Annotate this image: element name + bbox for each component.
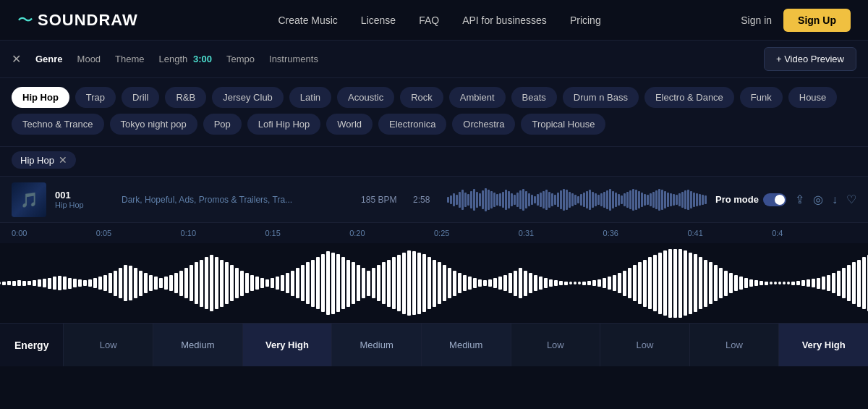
energy-segment-0[interactable]: Low	[64, 324, 153, 366]
big-waveform-bar	[519, 268, 522, 298]
big-waveform[interactable]	[0, 243, 868, 323]
download-icon[interactable]: ↓	[832, 193, 838, 206]
energy-segment-2[interactable]: Very High	[243, 324, 333, 366]
big-waveform-bar	[633, 265, 637, 301]
filter-tab-instruments[interactable]: Instruments	[269, 54, 318, 64]
energy-segment-4[interactable]: Medium	[422, 324, 511, 366]
hide-icon[interactable]: ◎	[813, 193, 823, 206]
mini-waveform-bar	[650, 193, 652, 206]
energy-segment-7[interactable]: Low	[690, 324, 780, 366]
big-waveform-dot	[569, 282, 572, 284]
mini-waveform-bar	[525, 191, 527, 208]
nav-api[interactable]: API for businesses	[462, 14, 547, 26]
nav-create-music[interactable]: Create Music	[278, 14, 337, 26]
genre-tag-drumnbass[interactable]: Drum n Bass	[563, 87, 639, 108]
energy-label: Energy	[0, 324, 64, 366]
nav-license[interactable]: License	[361, 14, 396, 26]
big-waveform-bar	[443, 265, 446, 301]
energy-segment-5[interactable]: Low	[511, 324, 601, 366]
timeline-mark: 0:10	[181, 229, 265, 237]
filter-tab-tempo[interactable]: Tempo	[226, 54, 255, 64]
genre-tag-rnb[interactable]: R&B	[165, 87, 206, 108]
mini-waveform-bar	[684, 190, 686, 209]
genre-tag-tokyonightpop[interactable]: Tokyo night pop	[110, 114, 197, 135]
energy-segment-8[interactable]: Very High	[779, 324, 868, 366]
big-waveform-bar	[286, 273, 289, 293]
big-waveform-bar	[265, 279, 269, 287]
filter-tab-mood[interactable]: Mood	[77, 54, 101, 64]
big-waveform-bar	[230, 265, 234, 301]
filter-tab-genre[interactable]: Genre	[35, 54, 63, 64]
genre-tag-technotrance[interactable]: Techno & Trance	[12, 114, 104, 135]
track-waveform-mini[interactable]	[447, 188, 707, 211]
mini-waveform-bar	[577, 196, 579, 203]
big-waveform-bar	[837, 271, 841, 296]
big-waveform-bar	[397, 255, 401, 311]
mini-waveform-bar	[690, 191, 692, 208]
mini-waveform-bar	[670, 193, 672, 206]
active-filters: Hip Hop ✕	[0, 147, 868, 177]
share-icon[interactable]: ⇪	[795, 193, 804, 206]
big-waveform-bar	[603, 278, 606, 288]
mini-waveform-bar	[638, 191, 640, 208]
filter-tab-length[interactable]: Length 3:00	[159, 54, 212, 64]
big-waveform-bar	[582, 282, 586, 285]
mini-waveform-bar	[542, 191, 545, 208]
genre-tag-jerseyclub[interactable]: Jersey Club	[212, 87, 284, 108]
pro-mode-switch[interactable]	[763, 193, 786, 206]
big-waveform-bar	[709, 262, 712, 304]
genre-tag-lofihiphop[interactable]: Lofi Hip Hop	[247, 114, 321, 135]
big-waveform-bar	[245, 273, 249, 293]
filter-tab-theme[interactable]: Theme	[115, 54, 144, 64]
genre-tag-tropicalhouse[interactable]: Tropical House	[521, 114, 605, 135]
signin-button[interactable]: Sign in	[741, 14, 772, 26]
mini-waveform-bar	[615, 193, 617, 207]
big-waveform-bar	[623, 271, 626, 296]
mini-waveform-bar	[534, 196, 536, 203]
signup-button[interactable]: Sign Up	[783, 9, 851, 32]
genre-tag-rock[interactable]: Rock	[400, 87, 443, 108]
chip-remove-icon[interactable]: ✕	[59, 154, 67, 166]
big-waveform-bar	[114, 271, 117, 296]
big-waveform-bar	[12, 281, 16, 286]
big-waveform-bar	[306, 262, 310, 304]
nav-faq[interactable]: FAQ	[419, 14, 439, 26]
genre-tag-electronica[interactable]: Electronica	[378, 114, 446, 135]
genre-tag-drill[interactable]: Drill	[122, 87, 159, 108]
timeline-mark: 0:4	[772, 229, 856, 237]
big-waveform-bar	[27, 281, 31, 285]
genre-tag-house[interactable]: House	[788, 87, 838, 108]
genre-tag-orchestra[interactable]: Orchestra	[452, 114, 515, 135]
energy-segment-3[interactable]: Medium	[332, 324, 422, 366]
genre-tag-trap[interactable]: Trap	[75, 87, 116, 108]
mini-waveform-bar	[516, 193, 519, 207]
genre-tag-pop[interactable]: Pop	[203, 114, 242, 135]
genre-row-2: Techno & Trance Tokyo night pop Pop Lofi…	[12, 114, 856, 135]
video-preview-button[interactable]: + Video Preview	[764, 47, 856, 71]
track-thumbnail[interactable]: 🎵	[12, 182, 46, 217]
energy-segment-6[interactable]: Low	[600, 324, 690, 366]
genre-tag-latin[interactable]: Latin	[289, 87, 331, 108]
genre-tag-funk[interactable]: Funk	[740, 87, 783, 108]
mini-waveform-bar	[678, 193, 681, 206]
genre-tag-electrodance[interactable]: Electro & Dance	[644, 87, 734, 108]
genre-tag-world[interactable]: World	[326, 114, 373, 135]
mini-waveform-bar	[629, 190, 631, 209]
genre-tag-beats[interactable]: Beats	[511, 87, 557, 108]
filter-bar: ✕ Genre Mood Theme Length 3:00 Tempo Ins…	[0, 41, 868, 78]
big-waveform-bar	[154, 277, 158, 290]
mini-waveform-bar	[456, 195, 458, 205]
mini-waveform-bar	[505, 190, 507, 210]
nav-pricing[interactable]: Pricing	[570, 14, 601, 26]
big-waveform-bar	[734, 275, 738, 291]
genre-tag-hiphop[interactable]: Hip Hop	[12, 87, 69, 108]
mini-waveform-bar	[632, 189, 634, 211]
energy-segment-1[interactable]: Medium	[153, 324, 243, 366]
heart-icon[interactable]: ♡	[846, 193, 856, 206]
big-waveform-bar	[613, 275, 616, 291]
genre-tag-ambient[interactable]: Ambient	[449, 87, 506, 108]
genre-tag-acoustic[interactable]: Acoustic	[337, 87, 394, 108]
big-waveform-bar	[714, 265, 718, 301]
filter-close-icon[interactable]: ✕	[12, 52, 21, 66]
mini-waveform-bar	[586, 191, 588, 208]
